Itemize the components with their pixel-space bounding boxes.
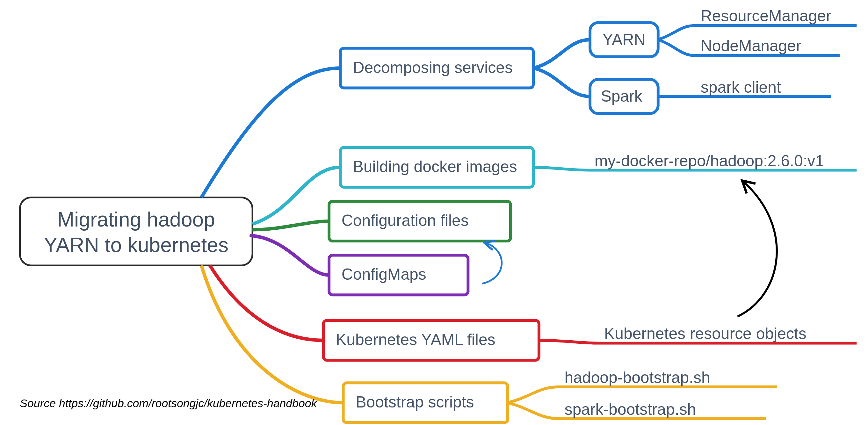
label-k8sresources: Kubernetes resource objects <box>604 325 806 342</box>
edge-decomposing-spark <box>533 68 590 97</box>
arrow-k8sresources-to-dockerimage <box>738 182 777 317</box>
edge-root-docker <box>252 167 340 224</box>
arrow-configmaps-to-configfiles <box>482 243 501 284</box>
edge-root-k8syaml <box>210 265 323 340</box>
label-nodemanager: NodeManager <box>701 37 801 55</box>
label-k8syaml: Kubernetes YAML files <box>336 331 496 349</box>
source-citation: Source https://github.com/rootsongjc/kub… <box>20 397 317 410</box>
label-resourcemanager: ResourceManager <box>701 7 831 25</box>
label-decomposing: Decomposing services <box>353 59 513 76</box>
root-title-line1: Migrating hadoop <box>57 208 215 231</box>
label-sparkclient: spark client <box>701 78 781 96</box>
label-docker: Building docker images <box>353 158 517 175</box>
label-bootstrap: Bootstrap scripts <box>355 393 474 411</box>
mindmap-diagram: Migrating hadoop YARN to kubernetes Deco… <box>0 0 868 425</box>
edge-decomposing-yarn <box>533 40 590 68</box>
label-hadoop-sh: hadoop-bootstrap.sh <box>564 369 710 387</box>
label-dockerimage: my-docker-repo/hadoop:2.6.0:v1 <box>595 152 824 170</box>
label-configfiles: Configuration files <box>342 211 469 229</box>
label-yarn: YARN <box>602 31 646 48</box>
label-configmaps: ConfigMaps <box>342 265 426 283</box>
label-spark: Spark <box>601 87 642 105</box>
edge-root-decomposing <box>202 68 340 198</box>
edge-root-configmaps <box>249 235 329 275</box>
label-spark-sh: spark-bootstrap.sh <box>564 400 696 418</box>
edge-root-config <box>252 221 329 230</box>
root-title-line2: YARN to kubernetes <box>44 233 228 257</box>
